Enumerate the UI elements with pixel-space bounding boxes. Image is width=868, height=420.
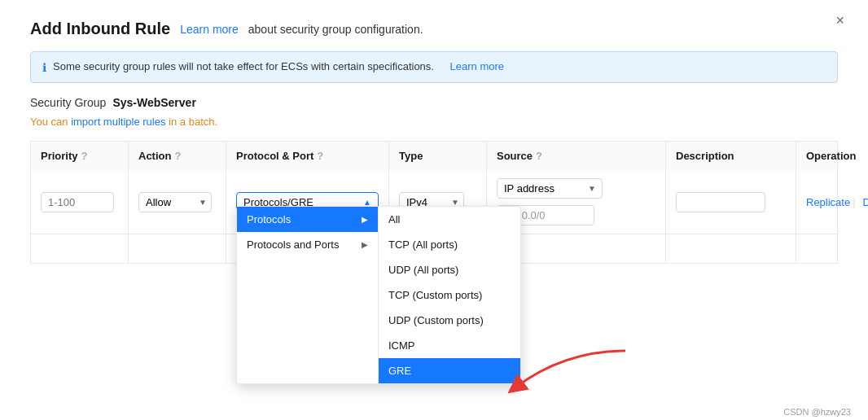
th-priority: Priority ? [31,142,129,170]
modal-overlay: Add Inbound Rule Learn more about securi… [0,0,868,420]
protocol-up-arrow-icon: ▲ [363,198,371,207]
watermark: CSDN @hzwy23 [783,407,851,417]
close-button[interactable]: × [835,13,844,28]
dropdown-right-item-udp-all[interactable]: UDP (All ports) [379,257,520,282]
banner-text: Some security group rules will not take … [53,60,434,72]
th-source: Source ? [487,142,666,170]
bottom-td-description [666,234,796,263]
th-action: Action ? [129,142,226,170]
bottom-td-operation [796,234,868,263]
learn-more-link[interactable]: Learn more [180,23,239,36]
security-group-row: Security Group Sys-WebServer [30,96,838,109]
source-type-select-wrapper: IP address ▼ [497,178,603,199]
td-operation: Replicate | Delete [796,170,868,234]
import-suffix: in a batch. [169,116,217,128]
info-icon: ℹ [42,61,46,74]
dropdown-left-panel: Protocols ▶ Protocols and Ports ▶ [236,206,379,384]
import-rules-text: You can import multiple rules in a batch… [30,116,838,128]
replicate-button[interactable]: Replicate [806,196,850,208]
action-help-icon[interactable]: ? [174,150,181,162]
dropdown-right-item-tcp-custom[interactable]: TCP (Custom ports) [379,282,520,308]
info-banner: ℹ Some security group rules will not tak… [30,51,838,83]
th-type: Type [389,142,487,170]
td-description [666,170,796,234]
bottom-td-action [129,234,226,263]
bottom-td-priority [31,234,129,263]
action-select-wrapper: Allow ▼ [138,192,212,212]
td-priority [31,170,129,234]
source-help-icon[interactable]: ? [536,150,542,162]
protocol-dropdown-menu: Protocols ▶ Protocols and Ports ▶ All TC… [236,206,521,384]
import-prefix: You can [30,116,68,128]
import-link[interactable]: import multiple rules [71,116,165,128]
priority-input[interactable] [41,192,114,212]
red-arrow-indicator [499,347,629,396]
dropdown-right-item-udp-custom[interactable]: UDP (Custom ports) [379,308,520,333]
th-operation: Operation [796,142,868,170]
modal-header: Add Inbound Rule Learn more about securi… [30,20,838,38]
modal-container: Add Inbound Rule Learn more about securi… [11,0,857,420]
delete-button[interactable]: Delete [863,196,868,208]
source-type-select[interactable]: IP address [497,178,603,199]
dropdown-item-protocols[interactable]: Protocols ▶ [237,207,378,232]
security-group-name: Sys-WebServer [112,96,195,109]
protocols-ports-sub-arrow-icon: ▶ [362,240,368,249]
dropdown-item-protocols-and-ports[interactable]: Protocols and Ports ▶ [237,232,378,257]
th-description: Description [666,142,796,170]
table-row: Allow ▼ Protocols/GRE ▲ Protocols ▶ [30,170,838,234]
th-protocol-port: Protocol & Port ? [226,142,389,170]
action-select[interactable]: Allow [138,192,212,212]
security-group-label: Security Group [30,96,106,109]
protocol-help-icon[interactable]: ? [317,150,323,162]
dropdown-right-item-all[interactable]: All [379,207,520,232]
td-protocol: Protocols/GRE ▲ Protocols ▶ Protocols an… [226,170,389,234]
modal-title: Add Inbound Rule [30,20,170,38]
protocols-sub-arrow-icon: ▶ [362,215,368,224]
td-action: Allow ▼ [129,170,226,234]
modal-subtitle: about security group configuration. [248,23,423,36]
dropdown-right-item-tcp-all[interactable]: TCP (All ports) [379,232,520,257]
table-header: Priority ? Action ? Protocol & Port ? Ty… [30,141,838,170]
priority-help-icon[interactable]: ? [81,150,88,162]
banner-learn-more-link[interactable]: Learn more [450,60,504,72]
description-input[interactable] [676,192,765,212]
operation-divider: | [853,196,855,208]
